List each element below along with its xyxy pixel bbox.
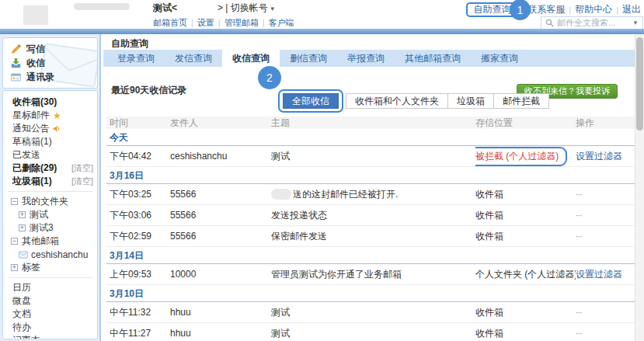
compose-icon: [11, 44, 21, 54]
header-nav-link-2[interactable]: 设置: [197, 18, 214, 27]
tree-label: 测试3: [30, 221, 54, 235]
table-header-row: 时间发件人主题存信位置操作: [106, 117, 635, 129]
scrollbar-thumb[interactable]: [636, 37, 643, 130]
account-info: 测试<> | 切换帐号▼ 邮箱首页|设置|管理邮箱|客户端: [153, 2, 294, 28]
header-nav-link-3[interactable]: 管理邮箱: [225, 18, 259, 27]
top-right-links: 自助查询|联系客服|帮助中心|退出: [466, 2, 641, 17]
sidebar-tree-item[interactable]: +测试3: [3, 221, 97, 235]
receive-scope-filter-group: 全部收信收件箱和个人文件夹垃圾箱邮件拦截: [278, 89, 549, 113]
set-filter-link[interactable]: 设置过滤器: [576, 151, 622, 162]
expand-icon[interactable]: +: [19, 224, 26, 231]
link-separator: |: [616, 5, 618, 15]
tab-删信查询[interactable]: 删信查询: [280, 50, 337, 67]
table-row[interactable]: 下午02:5955566保密邮件发送收件箱--: [106, 226, 635, 247]
sidebar-folder[interactable]: 收件箱(30): [3, 96, 97, 109]
cell-location: 收件箱: [475, 230, 576, 243]
cell-subject: 发送投递状态: [271, 209, 475, 222]
collapse-icon[interactable]: −: [11, 238, 18, 245]
chevron-down-icon: ▼: [270, 5, 276, 12]
header-nav-link-4[interactable]: 客户端: [269, 18, 294, 27]
tab-其他邮箱查询[interactable]: 其他邮箱查询: [395, 50, 471, 67]
speaker-icon: [53, 124, 61, 133]
tree-label: ceshishanchu: [31, 249, 88, 260]
sidebar-action-写信[interactable]: 写信: [3, 42, 97, 56]
table-row[interactable]: 下午03:0655566发送投递状态收件箱--: [106, 205, 635, 226]
link-separator: |: [263, 18, 265, 27]
table-row[interactable]: 下午04:42ceshishanchu测试被拦截 (个人过滤器)设置过滤器: [106, 146, 635, 167]
table-row[interactable]: 中午11:27hhuu测试收件箱--: [106, 323, 635, 341]
sidebar-action-通讯录[interactable]: 通讯录: [3, 70, 97, 84]
tab-收信查询[interactable]: 收信查询: [222, 50, 280, 67]
table-row[interactable]: 中午11:32hhuu测试收件箱--: [106, 302, 635, 323]
table-row[interactable]: 上午09:5310000管理员测试为你开通了业务邮箱个人文件夹 (个人过滤器)设…: [106, 264, 635, 285]
table-row[interactable]: 下午03:2555566送的这封邮件已经被打开.收件箱--: [106, 184, 635, 205]
cell-time: 下午02:59: [110, 230, 170, 243]
column-header: 操作: [576, 117, 635, 130]
filter-垃圾箱[interactable]: 垃圾箱: [447, 93, 494, 109]
sidebar-tree-item[interactable]: −其他邮箱: [3, 235, 97, 248]
sidebar-tree-item[interactable]: +测试: [3, 208, 97, 221]
blocked-location-text: 被拦截 (个人过滤器): [475, 151, 559, 162]
sidebar-folder[interactable]: 草稿箱(1): [3, 135, 97, 148]
cell-subject: 测试: [271, 306, 475, 319]
empty-folder-link[interactable]: [清空]: [71, 176, 97, 187]
filter-收件箱和个人文件夹[interactable]: 收件箱和个人文件夹: [346, 93, 448, 109]
expand-icon[interactable]: +: [11, 264, 18, 271]
sidebar-tree-item[interactable]: −我的文件夹: [3, 195, 97, 208]
sidebar-tree-item[interactable]: +标签: [3, 261, 97, 274]
top-right-link-4[interactable]: 退出: [622, 3, 641, 16]
vertical-scrollbar[interactable]: [635, 34, 644, 341]
sidebar-shortcut-文档[interactable]: 文档: [3, 308, 97, 321]
filter-全部收信[interactable]: 全部收信: [283, 93, 339, 109]
annotation-highlight-box: 全部收信: [278, 89, 343, 113]
top-right-link-2[interactable]: 联系客服: [527, 3, 565, 16]
sidebar-shortcut-待办[interactable]: 待办: [3, 321, 97, 334]
mail-search-input[interactable]: 邮件全文搜索... ▼: [541, 16, 643, 30]
link-separator: |: [218, 18, 221, 27]
sidebar-folder[interactable]: 通知公告: [3, 122, 97, 135]
sidebar-folder[interactable]: 已发送: [3, 148, 97, 162]
search-icon: [545, 19, 554, 27]
date-group-header: 今天: [106, 129, 635, 146]
folder-tree: −我的文件夹+测试+测试3−其他邮箱ceshishanchu+标签: [3, 195, 97, 274]
tab-登录查询[interactable]: 登录查询: [107, 50, 165, 67]
action-label: 收信: [26, 57, 45, 70]
filter-邮件拦截[interactable]: 邮件拦截: [493, 93, 549, 109]
no-action-dash: --: [576, 231, 582, 242]
top-header: 测试<> | 切换帐号▼ 邮箱首页|设置|管理邮箱|客户端 1 自助查询|联系客…: [0, 0, 644, 29]
sidebar-shortcut-日历[interactable]: 日历: [3, 281, 97, 294]
cell-action: --: [576, 189, 635, 200]
sidebar-tree-item[interactable]: ceshishanchu: [3, 248, 97, 261]
empty-folder-link[interactable]: [清空]: [71, 162, 97, 174]
top-right-link-3[interactable]: 帮助中心: [575, 3, 612, 16]
subject-text: 测试: [271, 151, 290, 162]
folder-label: 收件箱(30): [12, 96, 57, 109]
link-separator: |: [191, 18, 193, 27]
set-filter-link[interactable]: 设置过滤器: [576, 269, 622, 280]
account-suffix: > |: [218, 2, 231, 13]
sidebar-actions-panel: 写信收信通讯录: [2, 37, 98, 89]
tab-举报查询[interactable]: 举报查询: [337, 50, 395, 67]
collapse-icon[interactable]: −: [11, 198, 18, 205]
cell-action: 设置过滤器: [576, 268, 635, 281]
header-nav-link-1[interactable]: 邮箱首页: [153, 18, 187, 27]
header-nav-links: 邮箱首页|设置|管理邮箱|客户端: [153, 17, 294, 28]
sidebar-folder[interactable]: 星标邮件★: [3, 109, 97, 122]
tab-搬家查询[interactable]: 搬家查询: [471, 50, 528, 67]
shortcut-label: 日历: [12, 281, 31, 294]
received-mail-table: 时间发件人主题存信位置操作 今天下午04:42ceshishanchu测试被拦截…: [106, 117, 635, 341]
cell-subject: 测试: [271, 327, 475, 340]
subject-text: 测试: [271, 328, 290, 339]
cell-sender: hhuu: [170, 328, 271, 339]
search-options-dropdown-icon[interactable]: ▼: [632, 19, 639, 26]
link-separator: |: [569, 5, 571, 15]
sidebar-shortcut-微盘[interactable]: 微盘: [3, 294, 97, 308]
expand-icon[interactable]: +: [19, 211, 26, 218]
switch-account-link[interactable]: 切换帐号: [231, 2, 268, 13]
sidebar-folder[interactable]: 已删除(29)[清空]: [3, 162, 97, 175]
column-header: 时间: [110, 117, 170, 130]
sidebar-folder[interactable]: 垃圾箱(1)[清空]: [3, 175, 97, 188]
sidebar-shortcut-记事本[interactable]: 记事本: [3, 334, 97, 339]
tab-发信查询[interactable]: 发信查询: [165, 50, 222, 67]
sidebar-action-收信[interactable]: 收信: [3, 56, 97, 70]
